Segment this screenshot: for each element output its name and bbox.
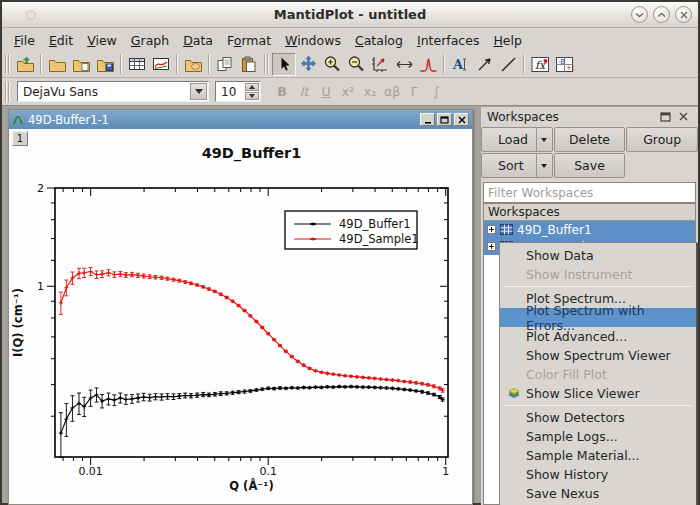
- menu-item-show-data[interactable]: Show Data: [500, 246, 696, 265]
- dropdown-arrow-icon[interactable]: [536, 128, 552, 151]
- menu-edit[interactable]: Edit: [42, 31, 80, 50]
- menu-item-show-instrument: Show Instrument: [500, 265, 696, 284]
- menu-format[interactable]: Format: [220, 31, 278, 50]
- rescale-axes-icon[interactable]: [368, 53, 392, 76]
- dropdown-arrow-icon[interactable]: [536, 154, 552, 177]
- menu-graph[interactable]: Graph: [124, 31, 176, 50]
- save-project-icon[interactable]: [93, 53, 117, 76]
- window-title: MantidPlot - untitled: [2, 7, 698, 22]
- toolbar-handle[interactable]: [5, 82, 10, 102]
- group-button[interactable]: Group: [626, 127, 698, 152]
- spin-down-icon[interactable]: [245, 92, 259, 100]
- add-label-icon[interactable]: A: [448, 53, 472, 76]
- svg-text:0.1: 0.1: [259, 465, 277, 478]
- context-menu: Show Data Show Instrument Plot Spectrum.…: [499, 242, 697, 505]
- workspace-item-49d-buffer1[interactable]: 49D_Buffer1: [484, 221, 695, 238]
- maximize-window-icon[interactable]: [437, 113, 452, 126]
- svg-text:Q (Å⁻¹): Q (Å⁻¹): [229, 478, 273, 493]
- app-icon: [26, 10, 36, 20]
- menu-item-sample-material[interactable]: Sample Material...: [500, 446, 696, 465]
- new-graph-icon[interactable]: [149, 53, 173, 76]
- workspace-name: 49D_Buffer1: [517, 223, 592, 237]
- subscript-button: x₂: [359, 81, 381, 103]
- zoom-in-icon[interactable]: [320, 53, 344, 76]
- draw-line-icon[interactable]: [496, 53, 520, 76]
- expand-icon[interactable]: [487, 242, 496, 251]
- close-panel-icon[interactable]: [676, 110, 690, 123]
- menu-windows[interactable]: Windows: [278, 31, 348, 50]
- menu-item-show-history[interactable]: Show History: [500, 465, 696, 484]
- svg-text:49D_Sample1: 49D_Sample1: [339, 232, 419, 246]
- svg-text:49D_Buffer1: 49D_Buffer1: [339, 217, 410, 231]
- maximize-button[interactable]: [653, 6, 670, 23]
- load-button[interactable]: Load: [481, 127, 553, 152]
- add-function-icon[interactable]: fx: [528, 53, 552, 76]
- svg-text:49D_Buffer1: 49D_Buffer1: [202, 145, 302, 162]
- expand-icon[interactable]: [487, 225, 496, 234]
- table-values-icon[interactable]: -B+c: [552, 53, 576, 76]
- menu-item-show-detectors[interactable]: Show Detectors: [500, 408, 696, 427]
- menu-file[interactable]: File: [7, 31, 42, 50]
- font-size-value: 10: [216, 85, 245, 99]
- plot-window-titlebar[interactable]: 49D-Buffer1-1: [9, 110, 472, 129]
- workspaces-tree-header: Workspaces: [484, 204, 695, 221]
- filter-workspaces-input[interactable]: [483, 182, 696, 203]
- menu-separator: [503, 405, 693, 406]
- save-button[interactable]: Save: [554, 153, 626, 178]
- close-button[interactable]: [675, 6, 692, 23]
- select-data-range-icon[interactable]: [392, 53, 416, 76]
- svg-text:0.01: 0.01: [78, 465, 103, 478]
- float-panel-icon[interactable]: [658, 110, 672, 123]
- chevron-down-icon[interactable]: [190, 83, 207, 100]
- copy-icon[interactable]: [213, 53, 237, 76]
- zoom-out-icon[interactable]: [344, 53, 368, 76]
- font-family-select[interactable]: DejaVu Sans: [17, 81, 209, 102]
- sort-button[interactable]: Sort: [481, 153, 553, 178]
- matrix-workspace-icon: [500, 224, 513, 235]
- format-toolbar: DejaVu Sans 10 B It U x² x₂ αβ Γ ∫: [2, 78, 698, 106]
- draw-arrow-icon[interactable]: [472, 53, 496, 76]
- new-project-icon[interactable]: [45, 53, 69, 76]
- menu-item-color-fill-plot: Color Fill Plot: [500, 365, 696, 384]
- menu-item-show-slice-viewer[interactable]: Show Slice Viewer: [500, 384, 696, 403]
- window-titlebar[interactable]: MantidPlot - untitled: [2, 2, 698, 28]
- menu-interfaces[interactable]: Interfaces: [410, 31, 486, 50]
- bold-button: B: [271, 81, 293, 103]
- spin-up-icon[interactable]: [245, 83, 259, 91]
- pointer-select-icon[interactable]: [272, 53, 296, 76]
- pan-icon[interactable]: [296, 53, 320, 76]
- menu-view[interactable]: View: [80, 31, 124, 50]
- toolbar-handle[interactable]: [5, 54, 10, 74]
- manage-directories-icon[interactable]: [181, 53, 205, 76]
- menu-separator: [503, 286, 693, 287]
- italic-button: It: [293, 81, 315, 103]
- pick-peak-icon[interactable]: [416, 53, 440, 76]
- font-size-stepper[interactable]: 10: [215, 81, 261, 102]
- paste-icon[interactable]: [237, 53, 261, 76]
- toolbar-handle[interactable]: [264, 54, 269, 74]
- menu-item-sample-logs[interactable]: Sample Logs...: [500, 427, 696, 446]
- new-table-icon[interactable]: [125, 53, 149, 76]
- menu-item-plot-spectrum-with-errors[interactable]: Plot Spectrum with Errors...: [500, 308, 696, 327]
- plot-canvas[interactable]: 1 49D_Buffer10.010.1121Q (Å⁻¹)I(Q) (cm⁻¹…: [9, 129, 472, 504]
- greek-button: αβ: [381, 81, 403, 103]
- open-folder-icon[interactable]: [69, 53, 93, 76]
- menu-item-show-spectrum-viewer[interactable]: Show Spectrum Viewer: [500, 346, 696, 365]
- menu-data[interactable]: Data: [176, 31, 220, 50]
- svg-text:1: 1: [442, 465, 449, 478]
- workspace-buttons: Load Delete Group Sort Save: [481, 126, 698, 179]
- minimize-button[interactable]: [631, 6, 648, 23]
- close-window-icon[interactable]: [454, 113, 469, 126]
- plot-window-title: 49D-Buffer1-1: [24, 113, 420, 127]
- delete-button[interactable]: Delete: [554, 127, 626, 152]
- mantidplot-window: MantidPlot - untitled File Edit View Gra…: [0, 0, 700, 505]
- menu-item-save-nexus[interactable]: Save Nexus: [500, 484, 696, 503]
- minimize-window-icon[interactable]: [420, 113, 435, 126]
- svg-text:1: 1: [37, 280, 44, 293]
- workspaces-dock-title: Workspaces: [487, 110, 559, 124]
- menu-catalog[interactable]: Catalog: [348, 31, 410, 50]
- menu-help[interactable]: Help: [486, 31, 529, 50]
- workspaces-dock-titlebar[interactable]: Workspaces: [481, 107, 698, 126]
- main-toolbar: A fx -B+c: [2, 51, 698, 78]
- open-project-icon[interactable]: [13, 53, 37, 76]
